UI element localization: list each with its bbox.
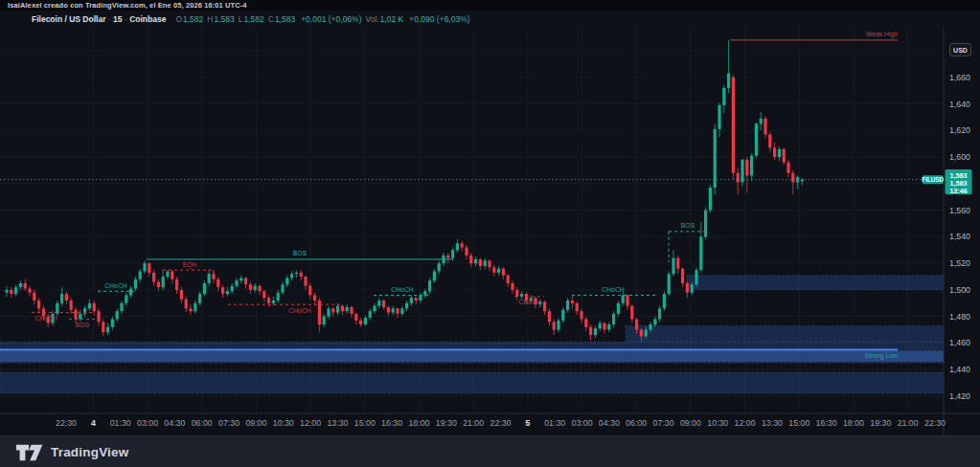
candle-body [97, 311, 100, 322]
ohlc-open-value: 1,582 [183, 14, 203, 24]
time-tick-label: 09:00 [245, 418, 266, 428]
candle-body [635, 319, 638, 329]
candle-body [557, 321, 559, 330]
candle-body [396, 308, 399, 314]
candle-body [791, 173, 794, 183]
time-tick-label: 21:00 [898, 418, 919, 428]
candle-body [704, 211, 707, 237]
choch-line-5-label: CHoCH [518, 299, 541, 305]
candle-body [658, 308, 661, 319]
demand-zone-b[interactable] [626, 325, 944, 342]
chart-canvas[interactable]: BOSEQHCHoCHCHoCHBOSCHoCHCHoCHCHoCHCHoCHB… [0, 27, 980, 435]
candle-body [760, 119, 763, 124]
time-tick-label: 21:00 [463, 418, 484, 428]
candle-body [194, 303, 196, 311]
candle-body [125, 295, 127, 302]
separator: · [125, 14, 127, 24]
candle-body [543, 301, 546, 311]
candle-body [60, 294, 63, 303]
candle-body [484, 260, 487, 266]
choch-line-4-label: CHoCH [391, 286, 414, 293]
candle-body [244, 278, 247, 284]
currency-toggle-button[interactable]: USD [949, 43, 971, 56]
bos-line-3-label: BOS [681, 222, 695, 229]
drawings-layer: BOSEQHCHoCHCHoCHBOSCHoCHCHoCHCHoCHCHoCHB… [0, 31, 898, 360]
ohlc-low-key: L [239, 14, 243, 24]
candle-body [714, 129, 717, 188]
candle-body [645, 330, 648, 337]
ohlc-high-value: 1,583 [214, 14, 234, 24]
candle-body [354, 314, 357, 321]
candle-body [548, 311, 551, 322]
tradingview-logo-text[interactable]: TradingView [51, 445, 128, 459]
candle-body [649, 324, 651, 330]
candle-body [239, 278, 242, 280]
candle-body [198, 294, 201, 303]
candle-body [308, 286, 311, 296]
candle-body [83, 308, 86, 314]
time-tick-label: 16:30 [381, 418, 402, 428]
time-tick-label: 10:30 [273, 418, 294, 428]
candle-body [479, 259, 482, 266]
ticker-badge-text: FILUSD [922, 176, 944, 183]
candle-body [626, 295, 628, 305]
candles-layer [5, 40, 804, 342]
candle-body [672, 258, 674, 275]
demand-zone-d[interactable] [0, 372, 944, 393]
time-tick-label: 06:00 [626, 418, 647, 428]
price-tick-label: 1,440 [949, 365, 970, 374]
price-tick-label: 1,660 [949, 73, 970, 82]
candle-body [630, 306, 633, 320]
time-tick-label: 18:00 [843, 418, 864, 428]
time-tick-label: 12:00 [735, 418, 756, 428]
candle-body [745, 160, 748, 176]
candle-body [737, 173, 740, 183]
candle-body [492, 267, 495, 273]
time-tick-label: 4 [91, 418, 96, 428]
tradingview-window: IsaiAlexel creado con TradingView.com, e… [0, 0, 980, 467]
candle-body [566, 300, 569, 310]
candle-body [511, 283, 513, 290]
candle-body [364, 318, 367, 324]
candle-body [741, 160, 743, 183]
demand-zone-c-inner[interactable] [0, 351, 944, 362]
candle-body [19, 283, 22, 287]
ohlc-low-value: 1,582 [243, 14, 263, 24]
candle-body [433, 271, 436, 280]
candle-body [773, 147, 776, 157]
time-tick-label: 01:30 [110, 418, 131, 428]
time-tick-label: 18:00 [408, 418, 429, 428]
candle-body [65, 294, 68, 300]
candle-body [419, 295, 422, 300]
candle-body [497, 269, 500, 273]
candle-body [663, 294, 666, 308]
candle-body [129, 289, 132, 296]
candle-body [323, 317, 326, 324]
volume-change: +0,090 (+6,03%) [409, 14, 469, 24]
separator: · [108, 14, 111, 24]
tradingview-logo-icon[interactable] [15, 443, 44, 462]
candle-body [226, 291, 229, 294]
time-tick-label: 06:00 [192, 418, 213, 428]
volume-key: Vol. [365, 14, 378, 24]
exchange-label: Coinbase [129, 14, 166, 24]
candle-body [208, 274, 211, 283]
time-tick-label: 03:00 [137, 418, 158, 428]
candle-body [189, 308, 192, 311]
symbol-title[interactable]: Filecoin / US Dollar · 15 · Coinbase [32, 14, 166, 24]
price-change: +0,001 (+0,06%) [301, 14, 361, 24]
current-price-label: FILUSD1,5831,58313:46 [922, 169, 971, 195]
candle-body [143, 263, 146, 271]
candle-body [28, 289, 31, 293]
candle-body [341, 306, 344, 312]
supply-zone-a[interactable] [687, 276, 944, 290]
time-axis[interactable]: 22:30401:3003:0004:3006:0007:3009:0010:3… [56, 418, 946, 428]
candle-body [571, 300, 574, 303]
candle-body [102, 322, 104, 332]
candle-body [465, 247, 467, 255]
candle-body [676, 258, 679, 269]
candle-body [580, 311, 582, 319]
candle-body [70, 300, 73, 310]
candle-body [24, 283, 27, 289]
candle-body [469, 256, 472, 263]
